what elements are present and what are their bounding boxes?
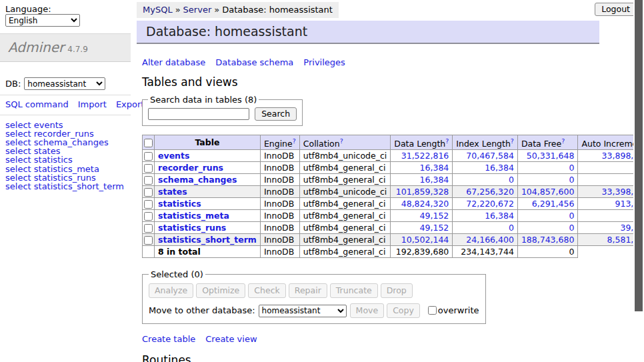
- overwrite-checkbox[interactable]: [428, 306, 437, 315]
- cell-data_length[interactable]: 49,152: [391, 210, 453, 222]
- tables-list: TableEngine?Collation?Data Length?Index …: [142, 135, 644, 258]
- table-row: statistics_runsInnoDButf8mb4_general_ci4…: [143, 222, 644, 234]
- total-cell-engine: InnoDB: [260, 246, 299, 258]
- move-db-select[interactable]: homeassistant: [259, 305, 347, 317]
- cell-index_length[interactable]: 0: [453, 222, 518, 234]
- tables-body: eventsInnoDButf8mb4_unicode_ci31,522,816…: [143, 150, 644, 258]
- col-header-label: Index Length: [456, 139, 511, 149]
- row-checkbox[interactable]: [144, 224, 153, 233]
- col-header-label: Engine: [264, 139, 293, 149]
- row-checkbox[interactable]: [144, 164, 153, 173]
- cell-engine: InnoDB: [260, 162, 299, 174]
- cell-data_free[interactable]: 50,331,648: [517, 150, 578, 162]
- help-icon[interactable]: ?: [511, 137, 514, 145]
- sidebar-action-export[interactable]: Export: [116, 99, 145, 109]
- table-name-link[interactable]: schema_changes: [158, 175, 237, 185]
- cell-index_length[interactable]: 0: [453, 174, 518, 186]
- cell-index_length[interactable]: 67,256,320: [453, 186, 518, 198]
- help-icon[interactable]: ?: [445, 137, 449, 145]
- sidebar-link-select-statistics-meta[interactable]: select statistics_meta: [5, 165, 125, 173]
- optimize-button[interactable]: Optimize: [196, 283, 245, 298]
- table-name-link[interactable]: events: [158, 151, 189, 161]
- select-all-checkbox[interactable]: [144, 139, 153, 147]
- move-button[interactable]: Move: [350, 303, 385, 318]
- db-select[interactable]: homeassistant: [24, 77, 105, 90]
- cell-index_length[interactable]: 72,220,672: [453, 198, 518, 210]
- repair-button[interactable]: Repair: [289, 283, 327, 298]
- truncate-button[interactable]: Truncate: [330, 283, 378, 298]
- check-button[interactable]: Check: [248, 283, 285, 298]
- sidebar-link-select-statistics-runs[interactable]: select statistics_runs: [5, 173, 125, 182]
- table-name-link[interactable]: states: [158, 187, 187, 197]
- cell-index_length[interactable]: 70,467,584: [453, 150, 518, 162]
- table-row: statistics_short_termInnoDButf8mb4_gener…: [143, 234, 644, 246]
- breadcrumb-mysql-link[interactable]: MySQL: [143, 5, 173, 15]
- cell-data_free[interactable]: 6,291,456: [517, 198, 578, 210]
- link-database-schema[interactable]: Database schema: [215, 57, 293, 67]
- search-button[interactable]: Search: [255, 107, 297, 121]
- help-icon[interactable]: ?: [561, 137, 565, 145]
- cell-index_length[interactable]: 24,166,400: [453, 234, 518, 246]
- cell-table-name: events: [155, 150, 261, 162]
- sidebar-link-select-statistics-short-term[interactable]: select statistics_short_term: [5, 182, 125, 191]
- sidebar-action-sql-command[interactable]: SQL command: [5, 99, 69, 109]
- row-checkbox[interactable]: [144, 188, 153, 197]
- cell-data_length[interactable]: 49,152: [391, 222, 453, 234]
- drop-button[interactable]: Drop: [381, 283, 413, 298]
- scrollbar-track[interactable]: [633, 0, 644, 362]
- col-header-label: Collation: [303, 139, 340, 149]
- cell-index_length[interactable]: 16,384: [453, 162, 518, 174]
- row-checkbox[interactable]: [144, 152, 153, 161]
- table-name-link[interactable]: statistics: [158, 199, 201, 209]
- cell-data_free[interactable]: 0: [517, 174, 578, 186]
- link-create-table[interactable]: Create table: [142, 334, 195, 344]
- cell-data_free[interactable]: 104,857,600: [517, 186, 578, 198]
- cell-data_free[interactable]: 0: [517, 222, 578, 234]
- total-cell-data_length: 192,839,680: [391, 246, 453, 258]
- sidebar-action-import[interactable]: Import: [78, 99, 107, 109]
- sidebar-link-select-recorder-runs[interactable]: select recorder_runs: [5, 129, 125, 138]
- total-blank-cell: [143, 246, 155, 258]
- cell-data_free[interactable]: 0: [517, 210, 578, 222]
- row-checkbox[interactable]: [144, 212, 153, 221]
- cell-data_free[interactable]: 188,743,680: [517, 234, 578, 246]
- search-input[interactable]: [148, 108, 249, 120]
- cell-data_length[interactable]: 16,384: [391, 162, 453, 174]
- row-checkbox[interactable]: [144, 200, 153, 209]
- link-alter-database[interactable]: Alter database: [142, 57, 205, 67]
- cell-collation: utf8mb4_general_ci: [299, 198, 391, 210]
- col-header-label: Table: [195, 137, 219, 147]
- cell-data_length[interactable]: 16,384: [391, 174, 453, 186]
- cell-data_free[interactable]: 0: [517, 162, 578, 174]
- cell-engine: InnoDB: [260, 234, 299, 246]
- table-name-link[interactable]: statistics_meta: [158, 211, 229, 221]
- cell-data_length[interactable]: 48,824,320: [391, 198, 453, 210]
- cell-data_length[interactable]: 101,859,328: [391, 186, 453, 198]
- help-icon[interactable]: ?: [293, 137, 296, 145]
- link-privileges[interactable]: Privileges: [303, 57, 345, 67]
- breadcrumb-separator: »: [214, 5, 219, 15]
- sidebar-link-select-statistics[interactable]: select statistics: [5, 155, 125, 164]
- cell-table-name: schema_changes: [155, 174, 261, 186]
- cell-engine: InnoDB: [260, 210, 299, 222]
- copy-button[interactable]: Copy: [387, 303, 420, 318]
- col-header-data-length: Data Length?: [391, 135, 453, 150]
- row-checkbox[interactable]: [144, 176, 153, 185]
- scrollbar-thumb[interactable]: [635, 0, 643, 311]
- row-checkbox[interactable]: [144, 236, 153, 245]
- table-name-link[interactable]: statistics_short_term: [158, 235, 257, 245]
- table-name-link[interactable]: recorder_runs: [158, 163, 223, 173]
- cell-data_length[interactable]: 31,522,816: [391, 150, 453, 162]
- cell-table-name: statistics_runs: [155, 222, 261, 234]
- cell-index_length[interactable]: 16,384: [453, 210, 518, 222]
- sidebar-link-select-events[interactable]: select events: [5, 121, 125, 129]
- breadcrumb-server-link[interactable]: Server: [183, 5, 212, 15]
- link-create-view[interactable]: Create view: [205, 334, 257, 344]
- help-icon[interactable]: ?: [340, 137, 343, 145]
- logout-button[interactable]: Logout: [595, 3, 637, 16]
- table-name-link[interactable]: statistics_runs: [158, 223, 226, 233]
- analyze-button[interactable]: Analyze: [149, 283, 193, 298]
- cell-data_length[interactable]: 10,502,144: [391, 234, 453, 246]
- language-select[interactable]: English: [5, 14, 80, 27]
- row-check-cell: [143, 234, 155, 246]
